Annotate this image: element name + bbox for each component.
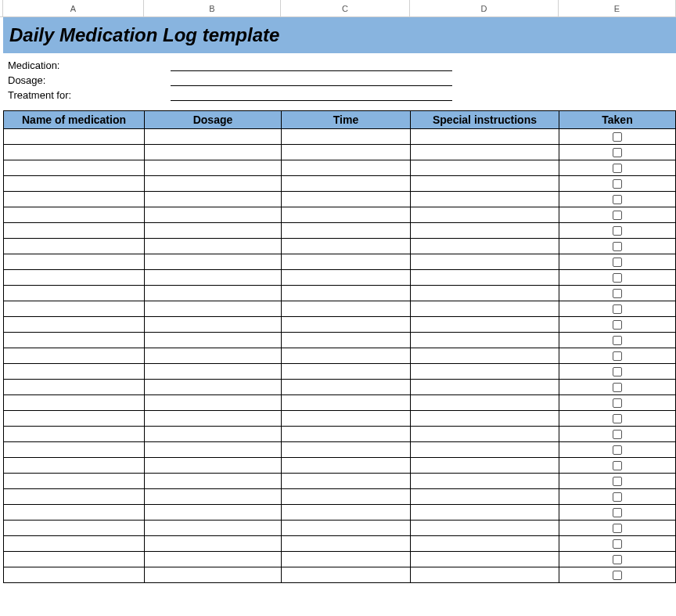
cell-dosage[interactable] — [145, 348, 282, 364]
cell-time[interactable] — [282, 176, 411, 192]
cell-dosage[interactable] — [145, 270, 282, 286]
cell-taken[interactable] — [559, 411, 676, 427]
cell-name[interactable] — [4, 160, 145, 176]
cell-dosage[interactable] — [145, 567, 282, 583]
checkbox-icon[interactable] — [613, 289, 622, 298]
cell-time[interactable] — [282, 207, 411, 223]
cell-dosage[interactable] — [145, 380, 282, 395]
cell-taken[interactable] — [559, 286, 676, 301]
checkbox-icon[interactable] — [613, 398, 622, 408]
cell-name[interactable] — [4, 317, 145, 333]
cell-special[interactable] — [411, 301, 559, 317]
cell-name[interactable] — [4, 395, 145, 411]
cell-taken[interactable] — [559, 301, 676, 317]
cell-taken[interactable] — [559, 380, 676, 395]
cell-taken[interactable] — [559, 254, 676, 270]
cell-taken[interactable] — [559, 160, 676, 176]
cell-name[interactable] — [4, 442, 145, 458]
cell-taken[interactable] — [559, 364, 676, 380]
checkbox-icon[interactable] — [613, 414, 622, 423]
cell-name[interactable] — [4, 192, 145, 207]
cell-special[interactable] — [411, 474, 559, 489]
cell-taken[interactable] — [559, 567, 676, 583]
cell-name[interactable] — [4, 567, 145, 583]
cell-dosage[interactable] — [145, 427, 282, 442]
cell-dosage[interactable] — [145, 395, 282, 411]
cell-taken[interactable] — [559, 505, 676, 521]
cell-special[interactable] — [411, 567, 559, 583]
cell-dosage[interactable] — [145, 207, 282, 223]
cell-taken[interactable] — [559, 521, 676, 536]
checkbox-icon[interactable] — [613, 320, 622, 330]
cell-dosage[interactable] — [145, 411, 282, 427]
cell-special[interactable] — [411, 239, 559, 254]
cell-name[interactable] — [4, 176, 145, 192]
cell-name[interactable] — [4, 129, 145, 145]
cell-dosage[interactable] — [145, 317, 282, 333]
checkbox-icon[interactable] — [613, 273, 622, 283]
cell-taken[interactable] — [559, 129, 676, 145]
checkbox-icon[interactable] — [613, 539, 622, 549]
cell-special[interactable] — [411, 380, 559, 395]
cell-time[interactable] — [282, 317, 411, 333]
cell-time[interactable] — [282, 286, 411, 301]
cell-time[interactable] — [282, 521, 411, 536]
cell-special[interactable] — [411, 521, 559, 536]
checkbox-icon[interactable] — [613, 164, 622, 173]
cell-special[interactable] — [411, 442, 559, 458]
cell-name[interactable] — [4, 521, 145, 536]
checkbox-icon[interactable] — [613, 524, 622, 533]
checkbox-icon[interactable] — [613, 336, 622, 345]
cell-name[interactable] — [4, 505, 145, 521]
cell-dosage[interactable] — [145, 364, 282, 380]
cell-name[interactable] — [4, 333, 145, 348]
cell-dosage[interactable] — [145, 333, 282, 348]
cell-name[interactable] — [4, 145, 145, 160]
cell-special[interactable] — [411, 207, 559, 223]
cell-name[interactable] — [4, 348, 145, 364]
cell-time[interactable] — [282, 505, 411, 521]
checkbox-icon[interactable] — [613, 148, 622, 157]
cell-taken[interactable] — [559, 536, 676, 552]
cell-taken[interactable] — [559, 458, 676, 474]
cell-time[interactable] — [282, 364, 411, 380]
cell-dosage[interactable] — [145, 301, 282, 317]
cell-time[interactable] — [282, 442, 411, 458]
cell-taken[interactable] — [559, 395, 676, 411]
checkbox-icon[interactable] — [613, 430, 622, 439]
cell-dosage[interactable] — [145, 521, 282, 536]
cell-time[interactable] — [282, 395, 411, 411]
cell-taken[interactable] — [559, 207, 676, 223]
checkbox-icon[interactable] — [613, 211, 622, 220]
cell-time[interactable] — [282, 474, 411, 489]
cell-name[interactable] — [4, 552, 145, 567]
checkbox-icon[interactable] — [613, 242, 622, 251]
cell-special[interactable] — [411, 505, 559, 521]
th-dosage[interactable]: Dosage — [145, 111, 282, 129]
cell-special[interactable] — [411, 458, 559, 474]
cell-name[interactable] — [4, 239, 145, 254]
cell-special[interactable] — [411, 160, 559, 176]
cell-dosage[interactable] — [145, 552, 282, 567]
checkbox-icon[interactable] — [613, 492, 622, 502]
cell-time[interactable] — [282, 301, 411, 317]
cell-time[interactable] — [282, 333, 411, 348]
cell-time[interactable] — [282, 348, 411, 364]
cell-taken[interactable] — [559, 317, 676, 333]
cell-name[interactable] — [4, 489, 145, 505]
th-special[interactable]: Special instructions — [411, 111, 559, 129]
cell-taken[interactable] — [559, 348, 676, 364]
cell-time[interactable] — [282, 223, 411, 239]
column-header-b[interactable]: B — [144, 0, 281, 16]
cell-name[interactable] — [4, 286, 145, 301]
cell-dosage[interactable] — [145, 254, 282, 270]
cell-special[interactable] — [411, 145, 559, 160]
cell-special[interactable] — [411, 348, 559, 364]
cell-time[interactable] — [282, 145, 411, 160]
cell-name[interactable] — [4, 380, 145, 395]
column-header-a[interactable]: A — [3, 0, 144, 16]
cell-taken[interactable] — [559, 176, 676, 192]
cell-special[interactable] — [411, 270, 559, 286]
checkbox-icon[interactable] — [613, 258, 622, 267]
th-taken[interactable]: Taken — [559, 111, 676, 129]
